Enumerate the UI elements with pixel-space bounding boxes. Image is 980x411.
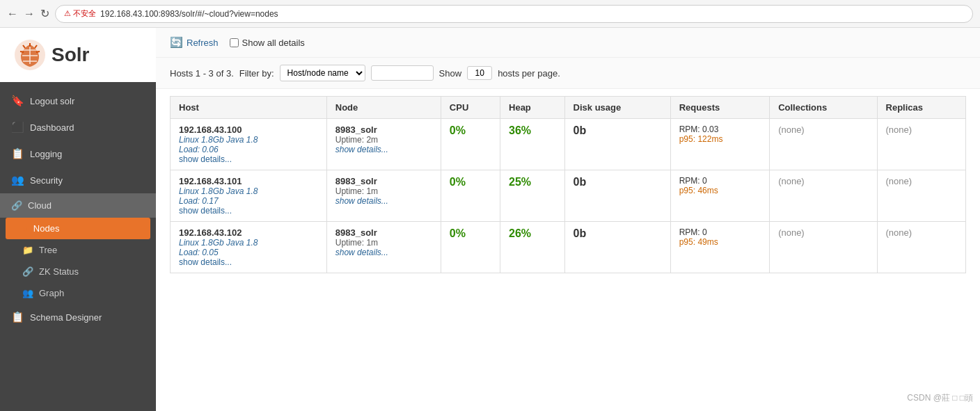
node-show-details[interactable]: show details... xyxy=(335,248,432,257)
heap-cell: 25% xyxy=(500,170,565,222)
host-ip: 192.168.43.100 xyxy=(179,124,318,135)
logo-text: Solr xyxy=(52,44,89,66)
cpu-value: 0% xyxy=(450,227,466,239)
tree-icon: 📁 xyxy=(22,245,33,255)
url-text: 192.168.43.100:8983/solr/#/~cloud?view=n… xyxy=(100,9,278,19)
graph-icon: 👥 xyxy=(22,288,33,298)
filter-select[interactable]: Host/node name Collection Shard Role xyxy=(280,65,365,81)
requests-cell: RPM: 0 p95: 49ms xyxy=(670,222,769,273)
reload-button[interactable]: ↻ xyxy=(40,7,49,20)
show-details-link[interactable]: show details... xyxy=(179,257,318,267)
host-ip: 192.168.43.101 xyxy=(179,176,318,186)
cpu-cell: 0% xyxy=(441,170,500,222)
sidebar-item-cloud[interactable]: 🔗 Cloud xyxy=(0,193,156,218)
table-row: 192.168.43.100 Linux 1.8Gb Java 1.8 Load… xyxy=(171,119,966,170)
disk-cell: 0b xyxy=(564,170,670,222)
toolbar: 🔄 Refresh Show all details xyxy=(156,28,980,58)
sidebar-subitem-label: Nodes xyxy=(33,223,60,234)
disk-value: 0b xyxy=(574,227,587,239)
sidebar-item-nodes[interactable]: ● Nodes xyxy=(6,218,150,239)
show-all-details-checkbox[interactable] xyxy=(230,38,239,47)
sidebar-item-label: Schema Designer xyxy=(30,312,102,323)
sidebar-item-dashboard[interactable]: ⬛ Dashboard xyxy=(0,114,156,140)
sidebar-item-zk-status[interactable]: 🔗 ZK Status xyxy=(0,261,156,282)
node-uptime: Uptime: 2m xyxy=(335,135,432,145)
replicas-cell: (none) xyxy=(877,119,965,170)
disk-cell: 0b xyxy=(564,119,670,170)
heap-value: 25% xyxy=(509,176,531,188)
host-cell: 192.168.43.100 Linux 1.8Gb Java 1.8 Load… xyxy=(171,119,327,170)
node-cell: 8983_solr Uptime: 2m show details... xyxy=(326,119,441,170)
show-details-link[interactable]: show details... xyxy=(179,154,318,164)
cpu-value: 0% xyxy=(450,176,466,188)
sidebar-item-label: Security xyxy=(30,175,63,186)
requests-rpm: RPM: 0 xyxy=(679,176,761,186)
sidebar-subitem-label: ZK Status xyxy=(39,266,79,277)
col-header-replicas: Replicas xyxy=(877,97,965,119)
host-load: Load: 0.06 xyxy=(179,145,318,154)
show-all-details-label[interactable]: Show all details xyxy=(230,38,305,48)
sidebar-item-security[interactable]: 👥 Security xyxy=(0,167,156,193)
host-meta: Linux 1.8Gb Java 1.8 xyxy=(179,238,318,248)
zk-icon: 🔗 xyxy=(22,266,33,277)
cpu-cell: 0% xyxy=(441,119,500,170)
host-meta: Linux 1.8Gb Java 1.8 xyxy=(179,186,318,196)
browser-chrome: ← → ↻ ⚠ 不安全 192.168.43.100:8983/solr/#/~… xyxy=(0,0,980,28)
sidebar-subitem-label: Graph xyxy=(39,288,64,298)
node-show-details[interactable]: show details... xyxy=(335,145,432,154)
main-content: 🔄 Refresh Show all details Hosts 1 - 3 o… xyxy=(156,28,980,411)
heap-value: 36% xyxy=(509,124,531,136)
show-label: Show xyxy=(439,68,462,79)
host-meta: Linux 1.8Gb Java 1.8 xyxy=(179,135,318,145)
sidebar-item-tree[interactable]: 📁 Tree xyxy=(0,239,156,261)
col-header-heap: Heap xyxy=(500,97,565,119)
disk-value: 0b xyxy=(574,124,587,136)
collections-cell: (none) xyxy=(770,222,877,273)
col-header-collections: Collections xyxy=(770,97,877,119)
sidebar-item-label: Logout solr xyxy=(30,96,74,106)
watermark: CSDN @莊 □ □頭 xyxy=(907,392,973,404)
collections-value: (none) xyxy=(778,176,805,186)
sidebar-item-logout[interactable]: 🔖 Logout solr xyxy=(0,88,156,114)
security-warning: ⚠ 不安全 xyxy=(64,8,96,19)
filter-by-label: Filter by: xyxy=(239,68,274,79)
sidebar-subitem-label: Tree xyxy=(39,245,57,255)
cpu-cell: 0% xyxy=(441,222,500,273)
url-bar[interactable]: ⚠ 不安全 192.168.43.100:8983/solr/#/~cloud?… xyxy=(55,5,973,23)
show-details-link[interactable]: show details... xyxy=(179,206,318,216)
sidebar-item-logging[interactable]: 📋 Logging xyxy=(0,140,156,167)
node-name: 8983_solr xyxy=(335,176,432,186)
forward-button[interactable]: → xyxy=(24,8,35,20)
host-cell: 192.168.43.102 Linux 1.8Gb Java 1.8 Load… xyxy=(171,222,327,273)
sidebar-item-schema-designer[interactable]: 📋 Schema Designer xyxy=(0,304,156,330)
show-all-details-text: Show all details xyxy=(242,38,305,48)
requests-p95: p95: 46ms xyxy=(679,186,761,195)
per-page-input[interactable] xyxy=(467,66,492,80)
collections-value: (none) xyxy=(778,227,805,238)
col-header-disk: Disk usage xyxy=(564,97,670,119)
hosts-info: Hosts 1 - 3 of 3. xyxy=(170,68,234,79)
sidebar-item-label: Dashboard xyxy=(30,122,74,133)
sidebar-item-graph[interactable]: 👥 Graph xyxy=(0,282,156,304)
disk-cell: 0b xyxy=(564,222,670,273)
security-icon: 👥 xyxy=(11,174,24,186)
node-cell: 8983_solr Uptime: 1m show details... xyxy=(326,222,441,273)
sidebar-navigation: 🔖 Logout solr ⬛ Dashboard 📋 Logging 👥 Se… xyxy=(0,82,156,336)
node-name: 8983_solr xyxy=(335,227,432,238)
svg-line-3 xyxy=(36,51,40,52)
refresh-label: Refresh xyxy=(187,38,219,48)
node-show-details[interactable]: show details... xyxy=(335,196,432,206)
filter-input[interactable] xyxy=(371,65,434,81)
host-load: Load: 0.17 xyxy=(179,196,318,206)
refresh-button[interactable]: 🔄 Refresh xyxy=(170,36,219,49)
requests-rpm: RPM: 0 xyxy=(679,227,761,237)
per-page-suffix: hosts per page. xyxy=(498,68,560,79)
node-uptime: Uptime: 1m xyxy=(335,186,432,196)
replicas-value: (none) xyxy=(886,176,912,186)
schema-designer-icon: 📋 xyxy=(11,311,24,323)
requests-rpm: RPM: 0.03 xyxy=(679,124,761,134)
node-name: 8983_solr xyxy=(335,124,432,135)
collections-cell: (none) xyxy=(770,170,877,222)
host-cell: 192.168.43.101 Linux 1.8Gb Java 1.8 Load… xyxy=(171,170,327,222)
back-button[interactable]: ← xyxy=(7,8,18,20)
